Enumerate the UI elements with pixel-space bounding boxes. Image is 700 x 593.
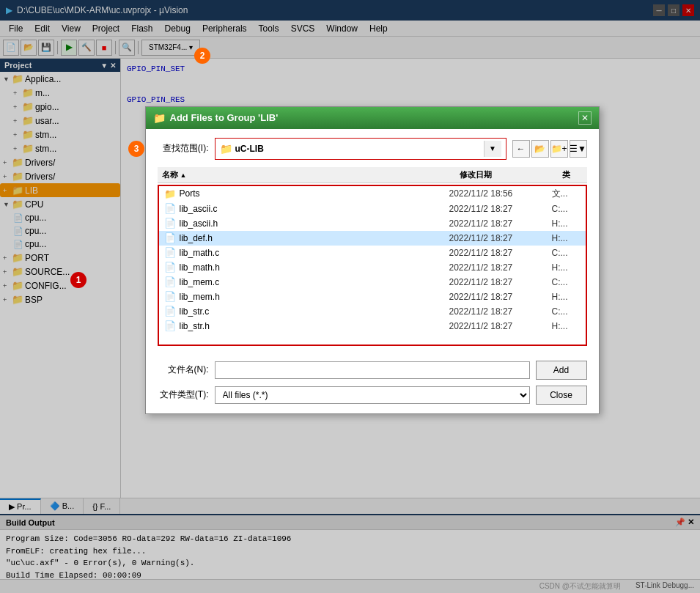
file-icon: 📄 xyxy=(163,218,177,229)
filetype-select[interactable]: All files (*.*) xyxy=(215,386,530,404)
sort-icon: ▲ xyxy=(180,172,187,179)
file-type: C:... xyxy=(552,248,581,258)
file-date: 2022/11/2 18:27 xyxy=(449,204,552,214)
file-type: H:... xyxy=(552,233,581,243)
dialog-content: 查找范围(I): 📁 uC-LIB ▼ ← 📂 📁+ ☰▼ 名称 ▲ xyxy=(146,129,599,355)
location-icon: 📁 xyxy=(220,143,232,155)
location-value: uC-LIB xyxy=(235,144,481,154)
dialog-overlay: 📁 Add Files to Group 'LIB' ✕ 查找范围(I): 📁 … xyxy=(0,0,700,593)
file-name: lib_def.h xyxy=(180,233,449,243)
file-icon: 📄 xyxy=(163,276,177,288)
filename-input[interactable] xyxy=(215,361,530,379)
list-item[interactable]: 📁Ports2022/11/2 18:56文... xyxy=(159,186,586,202)
file-date: 2022/11/2 18:27 xyxy=(449,262,552,273)
file-type: H:... xyxy=(552,218,581,229)
filename-label: 文件名(N): xyxy=(158,364,209,376)
add-button[interactable]: Add xyxy=(536,361,587,380)
file-icon: 📄 xyxy=(163,232,177,244)
file-icon: 📄 xyxy=(163,203,177,215)
file-icon: 📄 xyxy=(163,291,177,303)
list-item[interactable]: 📄lib_ascii.h2022/11/2 18:27H:... xyxy=(159,216,586,231)
annotation-1: 1 xyxy=(70,272,86,288)
list-item[interactable]: 📄lib_str.h2022/11/2 18:27H:... xyxy=(159,319,586,334)
close-button[interactable]: Close xyxy=(536,386,587,405)
annotation-3: 3 xyxy=(128,141,144,157)
col-type[interactable]: 类 xyxy=(558,167,587,183)
file-date: 2022/11/2 18:27 xyxy=(449,248,552,258)
file-icon: 📄 xyxy=(163,320,177,332)
new-folder-btn[interactable]: 📁+ xyxy=(550,140,568,158)
file-name: lib_math.c xyxy=(180,248,449,258)
list-item[interactable]: 📄lib_str.c2022/11/2 18:27C:... xyxy=(159,304,586,319)
dialog-titlebar: 📁 Add Files to Group 'LIB' ✕ xyxy=(146,107,599,129)
file-name: lib_ascii.h xyxy=(180,218,449,229)
filetype-label: 文件类型(T): xyxy=(158,388,209,401)
dialog-icon: 📁 xyxy=(153,112,166,124)
file-list-area: 📁Ports2022/11/2 18:56文...📄lib_ascii.c202… xyxy=(158,185,587,346)
list-item[interactable]: 📄lib_math.h2022/11/2 18:27H:... xyxy=(159,260,586,275)
list-item[interactable]: 📄lib_math.c2022/11/2 18:27C:... xyxy=(159,246,586,260)
list-item[interactable]: 📄lib_def.h2022/11/2 18:27H:... xyxy=(159,231,586,246)
file-date: 2022/11/2 18:27 xyxy=(449,277,552,287)
file-type: 文... xyxy=(552,188,581,200)
folder-icon: 📁 xyxy=(163,188,177,199)
file-name: lib_str.c xyxy=(180,306,449,317)
file-list-header: 名称 ▲ 修改日期 类 xyxy=(158,167,587,183)
col-name[interactable]: 名称 ▲ xyxy=(158,167,455,183)
file-date: 2022/11/2 18:27 xyxy=(449,306,552,317)
file-name: lib_str.h xyxy=(180,321,449,331)
dialog-toolbar: ← 📂 📁+ ☰▼ xyxy=(512,140,587,158)
file-type: C:... xyxy=(552,306,581,317)
file-type: H:... xyxy=(552,321,581,331)
list-item[interactable]: 📄lib_mem.h2022/11/2 18:27H:... xyxy=(159,290,586,304)
file-date: 2022/11/2 18:56 xyxy=(449,188,552,199)
filename-row: 文件名(N): Add xyxy=(158,361,587,380)
dialog-bottom: 文件名(N): Add 文件类型(T): All files (*.*) Clo… xyxy=(146,355,599,413)
file-icon: 📄 xyxy=(163,306,177,317)
view-btn[interactable]: ☰▼ xyxy=(570,140,587,158)
file-name: lib_mem.c xyxy=(180,277,449,287)
annotation-2: 2 xyxy=(194,48,210,64)
file-name: lib_ascii.c xyxy=(180,204,449,214)
filetype-row: 文件类型(T): All files (*.*) Close xyxy=(158,386,587,405)
file-icon: 📄 xyxy=(163,247,177,259)
file-type: C:... xyxy=(552,204,581,214)
dialog-title: Add Files to Group 'LIB' xyxy=(170,112,279,123)
up-folder-btn[interactable]: 📂 xyxy=(531,140,549,158)
location-box: 📁 uC-LIB ▼ xyxy=(215,138,506,160)
add-files-dialog: 📁 Add Files to Group 'LIB' ✕ 查找范围(I): 📁 … xyxy=(145,106,600,414)
file-type: H:... xyxy=(552,262,581,273)
list-item[interactable]: 📄lib_ascii.c2022/11/2 18:27C:... xyxy=(159,202,586,216)
col-date[interactable]: 修改日期 xyxy=(455,167,558,183)
list-item[interactable]: 📄lib_mem.c2022/11/2 18:27C:... xyxy=(159,275,586,290)
file-name: Ports xyxy=(180,188,449,199)
file-name: lib_math.h xyxy=(180,262,449,273)
file-date: 2022/11/2 18:27 xyxy=(449,233,552,243)
file-icon: 📄 xyxy=(163,262,177,273)
file-type: H:... xyxy=(552,292,581,302)
location-dropdown-btn[interactable]: ▼ xyxy=(484,141,501,157)
back-btn[interactable]: ← xyxy=(512,140,530,158)
file-date: 2022/11/2 18:27 xyxy=(449,218,552,229)
file-date: 2022/11/2 18:27 xyxy=(449,292,552,302)
location-label: 查找范围(I): xyxy=(158,142,209,155)
file-type: C:... xyxy=(552,277,581,287)
dialog-close-btn[interactable]: ✕ xyxy=(578,111,592,125)
file-date: 2022/11/2 18:27 xyxy=(449,321,552,331)
file-name: lib_mem.h xyxy=(180,292,449,302)
location-row: 查找范围(I): 📁 uC-LIB ▼ ← 📂 📁+ ☰▼ xyxy=(158,138,587,160)
